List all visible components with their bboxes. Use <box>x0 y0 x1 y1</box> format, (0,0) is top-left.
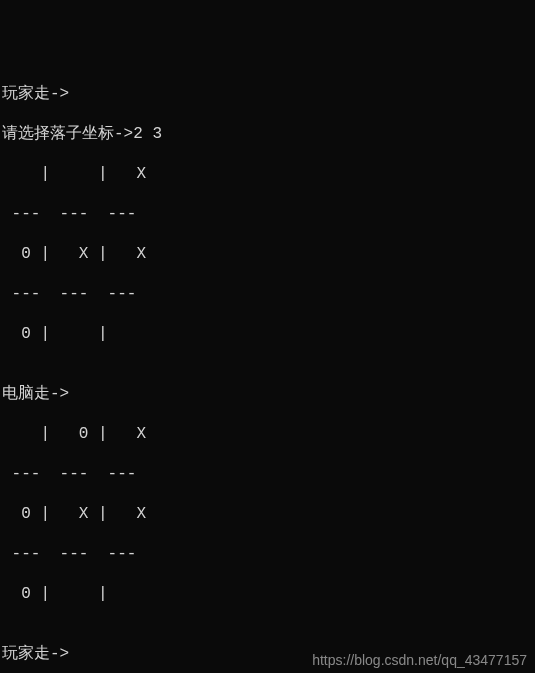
board2-row3: 0 | | <box>2 584 533 604</box>
board1-row3: 0 | | <box>2 324 533 344</box>
player-turn-1: 玩家走-> <box>2 84 533 104</box>
watermark: https://blog.csdn.net/qq_43477157 <box>312 652 527 670</box>
board2-row1: | 0 | X <box>2 424 533 444</box>
board1-row1: | | X <box>2 164 533 184</box>
computer-turn-1: 电脑走-> <box>2 384 533 404</box>
board1-sep2: --- --- --- <box>2 284 533 304</box>
board1-sep1: --- --- --- <box>2 204 533 224</box>
input-prompt-1: 请选择落子坐标->2 3 <box>2 124 533 144</box>
board2-sep1: --- --- --- <box>2 464 533 484</box>
board2-row2: 0 | X | X <box>2 504 533 524</box>
board1-row2: 0 | X | X <box>2 244 533 264</box>
board2-sep2: --- --- --- <box>2 544 533 564</box>
